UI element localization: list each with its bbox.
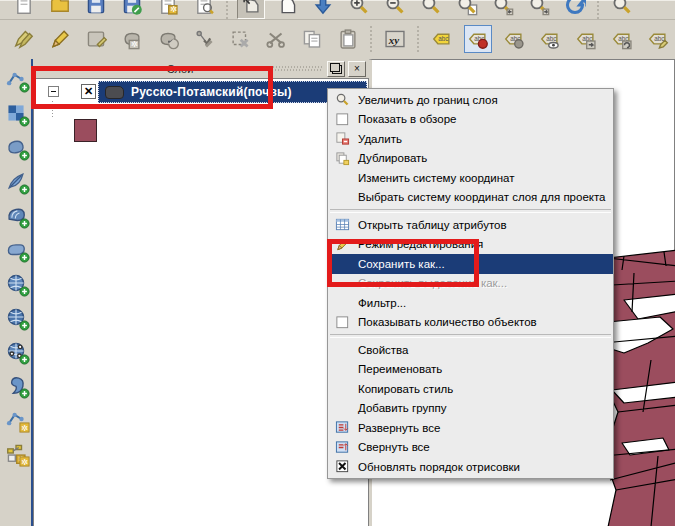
node-tool-icon[interactable] — [190, 25, 218, 53]
pan-map-icon[interactable] — [237, 0, 265, 19]
no-icon — [331, 361, 353, 377]
add-vector-layer-icon[interactable] — [2, 65, 30, 93]
menu-item[interactable]: Свойства — [328, 340, 613, 360]
new-project-icon[interactable] — [10, 0, 38, 19]
svg-text:✲: ✲ — [21, 458, 28, 467]
composer-manager-icon[interactable] — [190, 0, 218, 19]
label-tool-icon[interactable]: abc — [428, 25, 456, 53]
move-feature-icon[interactable] — [154, 25, 182, 53]
duplicate-layer-icon — [331, 150, 353, 166]
zoom-in-icon[interactable] — [345, 0, 373, 19]
add-postgis-layer-icon[interactable] — [2, 133, 30, 161]
zoom-next-icon[interactable] — [525, 0, 553, 19]
add-mssql-layer-icon[interactable] — [2, 201, 30, 229]
save-project-as-icon[interactable] — [118, 0, 146, 19]
menu-item[interactable]: Сохранить как... — [328, 254, 613, 274]
pin-unpin-labels-icon[interactable]: abc — [464, 25, 492, 53]
file-navigation-toolbar: ✲ — [0, 0, 675, 20]
layer-expander-icon[interactable] — [48, 86, 59, 97]
coordinate-capture-icon[interactable]: xy — [381, 25, 409, 53]
menu-item[interactable]: Открыть таблицу атрибутов — [328, 215, 613, 235]
zoom-out-icon[interactable] — [381, 0, 409, 19]
pan-to-selection-icon[interactable] — [309, 0, 337, 19]
move-label-icon[interactable]: abc — [572, 25, 600, 53]
new-shapefile-layer-icon[interactable]: ✲ — [2, 405, 30, 433]
layers-panel-body: ✕ Русско-Потамский(почвы) — [33, 78, 369, 526]
paste-features-icon[interactable] — [334, 25, 362, 53]
collapse-all-icon — [331, 439, 353, 455]
toggle-editing-icon[interactable] — [46, 25, 74, 53]
menu-item[interactable]: Изменить систему координат — [328, 168, 613, 188]
panel-close-icon[interactable]: × — [348, 61, 366, 77]
layer-tree-row[interactable]: ✕ Русско-Потамский(почвы) — [34, 81, 368, 101]
menu-item[interactable]: Показать в обзоре — [328, 110, 613, 130]
add-wcs-layer-icon[interactable] — [2, 303, 30, 331]
toggle-label-visibility-icon[interactable]: abc — [536, 25, 564, 53]
menu-item[interactable]: Копировать стиль — [328, 379, 613, 399]
cut-features-icon[interactable] — [262, 25, 290, 53]
add-delimited-text-layer-icon[interactable] — [2, 371, 30, 399]
svg-text:✲: ✲ — [170, 5, 177, 14]
save-project-icon[interactable] — [82, 0, 110, 19]
add-oracle-layer-icon[interactable] — [2, 235, 30, 263]
checkbox-unchecked — [331, 314, 353, 330]
no-icon — [331, 170, 353, 186]
layer-legend-swatch[interactable] — [74, 119, 97, 142]
digitizing-labeling-toolbar: ✲xyabcabcabcabcabcabcabc — [0, 20, 675, 58]
menu-item[interactable]: Удалить — [328, 129, 613, 149]
layers-panel: Слои × ✕ Русско-Потамский(почвы) — [31, 59, 369, 526]
menu-item[interactable]: Переименовать — [328, 360, 613, 380]
menu-separator — [330, 209, 611, 213]
svg-text:abc: abc — [546, 35, 556, 42]
zoom-to-layer-icon[interactable] — [453, 0, 481, 19]
menu-item: Сохранить выделение как... — [328, 274, 613, 294]
add-wms-layer-icon[interactable] — [2, 269, 30, 297]
delete-selected-icon[interactable] — [226, 25, 254, 53]
menu-item[interactable]: Обновлять порядок отрисовки — [328, 457, 613, 477]
menu-item[interactable]: Режим редактирования — [328, 235, 613, 255]
rotate-label-icon[interactable]: abc — [608, 25, 636, 53]
svg-text:abc: abc — [438, 35, 448, 42]
toolbar-separator — [224, 0, 231, 20]
checkbox-checked — [331, 459, 353, 475]
layers-panel-titlebar[interactable]: Слои × — [33, 59, 369, 78]
no-icon — [331, 189, 353, 205]
menu-item[interactable]: Дублировать — [328, 149, 613, 169]
copy-features-icon[interactable] — [298, 25, 326, 53]
add-wfs-layer-icon[interactable] — [2, 337, 30, 365]
attribute-table-icon — [331, 217, 353, 233]
new-spatialite-layer-icon[interactable]: ✲✲ — [2, 439, 30, 467]
menu-item[interactable]: Показывать количество объектов — [328, 313, 613, 333]
top-toolbar-area: ✲ ✲xyabcabcabcabcabcabcabc — [0, 0, 675, 60]
add-raster-layer-icon[interactable] — [2, 99, 30, 127]
no-icon — [331, 400, 353, 416]
titlebar-texture — [198, 66, 322, 71]
zoom-layer-icon — [331, 92, 353, 108]
menu-item[interactable]: Свернуть все — [328, 438, 613, 458]
zoom-last-icon[interactable] — [489, 0, 517, 19]
menu-item[interactable]: Добавить группу — [328, 399, 613, 419]
highlight-pinned-labels-icon[interactable]: abc — [500, 25, 528, 53]
add-feature-icon[interactable]: ✲ — [118, 25, 146, 53]
pan-map-hand-icon[interactable] — [273, 0, 301, 19]
current-edits-icon[interactable] — [10, 25, 38, 53]
panel-title: Слои — [167, 63, 194, 75]
change-label-icon[interactable]: abc — [644, 25, 672, 53]
identify-features-icon[interactable] — [608, 0, 636, 19]
menu-separator — [330, 334, 611, 338]
map-refresh-icon[interactable] — [561, 0, 589, 19]
save-layer-edits-icon[interactable] — [82, 25, 110, 53]
menu-item[interactable]: Развернуть все — [328, 418, 613, 438]
zoom-full-icon[interactable] — [417, 0, 445, 19]
new-print-composer-icon[interactable]: ✲ — [154, 0, 182, 19]
svg-text:abc: abc — [654, 35, 664, 42]
no-icon — [331, 342, 353, 358]
toolbar-separator — [595, 0, 602, 20]
menu-item[interactable]: Фильтр... — [328, 293, 613, 313]
open-project-icon[interactable] — [46, 0, 74, 19]
menu-item[interactable]: Выбрать систему координат слоя для проек… — [328, 188, 613, 208]
layer-visibility-checkbox[interactable]: ✕ — [81, 84, 96, 99]
add-spatialite-layer-icon[interactable] — [2, 167, 30, 195]
panel-float-icon[interactable] — [327, 61, 345, 77]
menu-item[interactable]: Увеличить до границ слоя — [328, 90, 613, 110]
